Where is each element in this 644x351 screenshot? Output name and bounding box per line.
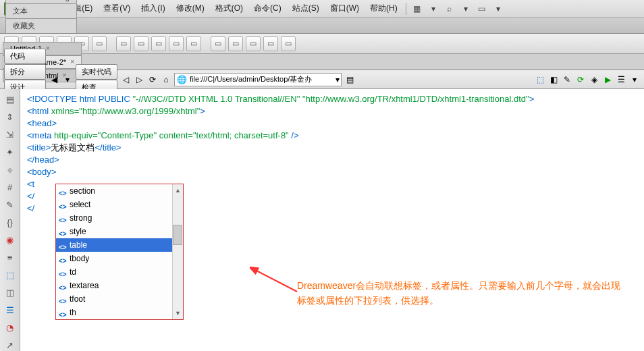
tag-icon bbox=[59, 268, 67, 276]
code-text: <title> bbox=[27, 142, 51, 153]
scroll-thumb[interactable] bbox=[173, 225, 182, 245]
layout-icon[interactable]: ▦ bbox=[412, 3, 423, 14]
comment-icon[interactable]: ◔ bbox=[3, 321, 17, 333]
panel-tabstrip: 常用布局表单数据SpryjQuery MobileInContext Editi… bbox=[0, 18, 644, 34]
tool-button[interactable]: ▭ bbox=[169, 36, 184, 51]
tool-icon[interactable]: ✎ bbox=[562, 74, 572, 85]
validate-icon[interactable]: ▶ bbox=[602, 74, 613, 85]
menu-item[interactable]: 查看(V) bbox=[98, 1, 136, 15]
panel-tab[interactable]: 收藏夹 bbox=[5, 18, 77, 33]
select-parent-icon[interactable]: ✦ bbox=[3, 146, 17, 158]
dropdown-icon[interactable]: ▾ bbox=[460, 3, 471, 14]
view-button[interactable]: 实时代码 bbox=[76, 64, 117, 80]
scroll-down-icon[interactable]: ▼ bbox=[173, 307, 183, 319]
scrollbar[interactable]: ▲ ▼ bbox=[172, 184, 183, 319]
collapse-icon[interactable]: ⇕ bbox=[3, 111, 17, 123]
autocomplete-label: td bbox=[70, 266, 76, 278]
autocomplete-item[interactable]: tbody bbox=[56, 252, 172, 265]
tool-button[interactable]: ▭ bbox=[151, 36, 166, 51]
autocomplete-item[interactable]: strong bbox=[56, 211, 172, 225]
expand-icon[interactable]: ⇲ bbox=[3, 128, 17, 140]
tag-icon bbox=[59, 281, 67, 290]
tool-button[interactable]: ▭ bbox=[246, 36, 261, 51]
tool-button[interactable]: ▭ bbox=[92, 36, 107, 51]
annotation-text: Dreamweaver会自动联想标签，或者属性。只需要输入前几个字母，就会出现标… bbox=[297, 278, 628, 308]
nav-fwd-icon[interactable]: ▷ bbox=[134, 74, 144, 85]
tag-icon[interactable]: ◈ bbox=[589, 74, 599, 85]
refresh-icon[interactable]: ⟳ bbox=[147, 74, 158, 85]
back-icon[interactable]: ◀ bbox=[49, 74, 59, 85]
code-text: > bbox=[529, 94, 535, 104]
dropdown-icon[interactable]: ▾ bbox=[493, 3, 504, 14]
tool-button[interactable]: ▭ bbox=[263, 36, 278, 51]
code-text: <!DOCTYPE html PUBLIC bbox=[27, 94, 132, 104]
balance-icon[interactable]: ⟐ bbox=[3, 163, 17, 176]
separator bbox=[406, 3, 406, 15]
autocomplete-item[interactable]: style bbox=[56, 225, 172, 238]
highlight-icon[interactable]: ✎ bbox=[3, 198, 17, 211]
code-text: </ bbox=[27, 203, 34, 213]
tool-button[interactable]: ▭ bbox=[228, 36, 243, 51]
menu-item[interactable]: 插入(I) bbox=[136, 1, 170, 15]
indent-icon[interactable]: ≡ bbox=[3, 251, 17, 263]
snippet-icon[interactable]: ◫ bbox=[3, 286, 17, 298]
home-icon[interactable]: ⌂ bbox=[161, 74, 171, 85]
address-input[interactable] bbox=[187, 76, 336, 84]
view-button[interactable]: 代码 bbox=[4, 49, 46, 64]
dropdown-icon[interactable]: ▾ bbox=[336, 75, 340, 84]
close-icon[interactable]: × bbox=[70, 58, 74, 65]
css-icon[interactable]: ▭ bbox=[477, 3, 487, 14]
tag-icon bbox=[59, 254, 67, 263]
refresh-icon[interactable]: ⟳ bbox=[575, 74, 586, 85]
autocomplete-label: textarea bbox=[70, 279, 99, 292]
close-icon[interactable]: × bbox=[46, 45, 50, 52]
tag-icon bbox=[59, 295, 67, 303]
code-text: "-//W3C//DTD XHTML 1.0 Transitional//EN"… bbox=[132, 94, 529, 104]
options-icon[interactable]: ☰ bbox=[616, 74, 626, 85]
dropdown-icon[interactable]: ▾ bbox=[629, 74, 640, 85]
tool-icon[interactable]: ◧ bbox=[548, 74, 559, 85]
move-icon[interactable]: ↗ bbox=[3, 339, 17, 351]
tag-icon bbox=[59, 308, 67, 317]
autocomplete-item[interactable]: td bbox=[56, 265, 172, 279]
panel-tab[interactable]: 文本 bbox=[5, 3, 77, 18]
link-icon[interactable]: ⬚ bbox=[535, 74, 545, 85]
autocomplete-item[interactable]: tfoot bbox=[56, 292, 172, 306]
code-text: http-equiv="Content-Type" content="text/… bbox=[54, 130, 289, 140]
code-editor[interactable]: <!DOCTYPE html PUBLIC "-//W3C//DTD XHTML… bbox=[20, 89, 644, 351]
autocomplete-label: section bbox=[70, 185, 95, 197]
syntax-icon[interactable]: ◉ bbox=[3, 234, 17, 246]
search-icon[interactable]: ⌕ bbox=[444, 3, 455, 14]
autocomplete-item[interactable]: select bbox=[56, 198, 172, 211]
tag-icon bbox=[59, 187, 67, 195]
menu-item[interactable]: 站点(S) bbox=[287, 1, 325, 15]
dropdown-icon[interactable]: ▾ bbox=[62, 74, 73, 85]
open-docs-icon[interactable]: ▤ bbox=[3, 93, 17, 105]
format-icon[interactable]: ⬚ bbox=[3, 269, 17, 281]
menu-item[interactable]: 命令(C) bbox=[248, 1, 287, 15]
list-icon[interactable]: ▤ bbox=[344, 74, 355, 85]
nav-back-icon[interactable]: ◁ bbox=[120, 74, 131, 85]
insert-toolbar: ▭ ▭ ▭ ▭ ▭ ▭ ▭ ▭ ▭ ▭ ▭ ▭ ▭ ▭ ▭ ▭ bbox=[0, 34, 644, 54]
view-button[interactable]: 拆分 bbox=[4, 64, 46, 80]
tool-button[interactable]: ▭ bbox=[116, 36, 131, 51]
dropdown-icon[interactable]: ▾ bbox=[428, 3, 439, 14]
menu-item[interactable]: 修改(M) bbox=[171, 1, 210, 15]
tool-button[interactable]: ▭ bbox=[134, 36, 149, 51]
autocomplete-item[interactable]: textarea bbox=[56, 279, 172, 292]
svg-line-0 bbox=[255, 270, 297, 292]
line-num-icon[interactable]: # bbox=[3, 181, 17, 193]
tool-button[interactable]: ▭ bbox=[211, 36, 225, 51]
tool-button[interactable]: ▭ bbox=[281, 36, 296, 51]
autocomplete-item[interactable]: table bbox=[56, 238, 172, 252]
wrap-icon[interactable]: {} bbox=[3, 216, 17, 228]
tool-button[interactable]: ▭ bbox=[186, 36, 201, 51]
scroll-up-icon[interactable]: ▲ bbox=[173, 184, 183, 196]
menu-item[interactable]: 帮助(H) bbox=[365, 1, 403, 15]
menubar: Dw 文件(F)编辑(E)查看(V)插入(I)修改(M)格式(O)命令(C)站点… bbox=[0, 0, 644, 18]
menu-item[interactable]: 格式(O) bbox=[210, 1, 248, 15]
recent-icon[interactable]: ☰ bbox=[3, 304, 17, 316]
menu-item[interactable]: 窗口(W) bbox=[325, 1, 365, 15]
autocomplete-item[interactable]: th bbox=[56, 306, 172, 319]
autocomplete-item[interactable]: section bbox=[56, 184, 172, 198]
